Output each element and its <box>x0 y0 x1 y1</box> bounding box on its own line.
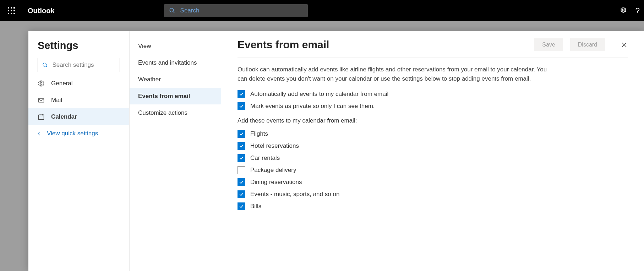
svg-line-1 <box>173 11 174 13</box>
checkbox-row-event-6: Bills <box>238 202 628 210</box>
check-icon <box>239 192 244 197</box>
global-search-placeholder: Search <box>180 7 200 14</box>
nav-calendar[interactable]: Calendar <box>28 108 129 125</box>
subnav-view[interactable]: View <box>130 38 221 54</box>
checkbox-label: Events - music, sports, and so on <box>250 191 339 198</box>
checkbox-row-event-1: Hotel reservations <box>238 142 628 150</box>
check-icon <box>239 180 244 185</box>
search-icon <box>42 62 48 69</box>
panel-sublabel: Add these events to my calendar from ema… <box>238 117 628 124</box>
checkbox-row-event-4: Dining reservations <box>238 178 628 186</box>
subnav-weather[interactable]: Weather <box>130 71 221 88</box>
panel-title: Events from email <box>238 39 329 51</box>
save-button[interactable]: Save <box>534 38 563 51</box>
check-icon <box>239 156 244 161</box>
svg-rect-7 <box>39 115 44 119</box>
close-icon <box>621 42 627 48</box>
view-quick-settings-link[interactable]: View quick settings <box>28 125 129 142</box>
search-icon <box>169 7 175 14</box>
settings-modal: Settings General Mail Calendar View quic… <box>28 31 644 271</box>
app-name: Outlook <box>28 7 55 15</box>
calendar-icon <box>38 113 45 120</box>
checkbox-label: Automatically add events to my calendar … <box>250 91 388 98</box>
subnav-events-invitations[interactable]: Events and invitations <box>130 54 221 71</box>
check-icon <box>239 143 244 148</box>
settings-col-subnav: View Events and invitations Weather Even… <box>130 31 221 271</box>
svg-line-4 <box>46 66 47 67</box>
checkbox-label: Package delivery <box>250 167 296 174</box>
panel-header: Events from email Save Discard <box>238 38 628 58</box>
checkbox-label: Bills <box>250 203 261 210</box>
subnav-label: View <box>138 43 151 50</box>
checkbox-row-top-1: Mark events as private so only I can see… <box>238 102 628 110</box>
discard-button[interactable]: Discard <box>570 38 605 51</box>
nav-general[interactable]: General <box>28 75 129 92</box>
svg-point-5 <box>40 82 42 84</box>
svg-point-0 <box>170 8 174 12</box>
checkbox-row-top-0: Automatically add events to my calendar … <box>238 90 628 98</box>
gear-icon <box>38 80 45 87</box>
check-icon <box>239 131 244 136</box>
check-icon <box>239 92 244 97</box>
nav-label: Calendar <box>51 113 77 120</box>
settings-search-input[interactable] <box>52 61 115 69</box>
checkbox[interactable] <box>238 166 245 174</box>
checkbox[interactable] <box>238 190 245 198</box>
checkbox[interactable] <box>238 90 245 98</box>
subnav-customize-actions[interactable]: Customize actions <box>130 104 221 121</box>
checkbox[interactable] <box>238 102 245 110</box>
svg-rect-6 <box>39 98 44 102</box>
checkbox-label: Hotel reservations <box>250 142 299 150</box>
checkbox-label: Flights <box>250 130 268 137</box>
settings-col-categories: Settings General Mail Calendar View quic… <box>28 31 130 271</box>
checkbox[interactable] <box>238 178 245 186</box>
checkbox[interactable] <box>238 202 245 210</box>
quick-settings-label: View quick settings <box>47 130 98 137</box>
mail-icon <box>38 97 45 104</box>
settings-panel: Events from email Save Discard Outlook c… <box>221 31 644 271</box>
settings-search[interactable] <box>38 58 120 72</box>
settings-title: Settings <box>28 38 129 58</box>
subnav-label: Events from email <box>138 93 190 100</box>
nav-label: General <box>51 80 72 87</box>
close-button[interactable] <box>621 41 628 48</box>
panel-description: Outlook can automatically add events lik… <box>238 65 550 83</box>
checkbox[interactable] <box>238 154 245 162</box>
subnav-label: Weather <box>138 76 161 83</box>
subnav-events-from-email[interactable]: Events from email <box>130 88 221 104</box>
checkbox-row-event-5: Events - music, sports, and so on <box>238 190 628 198</box>
checkbox[interactable] <box>238 130 245 138</box>
subnav-label: Customize actions <box>138 109 187 116</box>
checkbox-label: Mark events as private so only I can see… <box>250 103 375 110</box>
help-icon[interactable]: ? <box>635 6 640 15</box>
check-icon <box>239 104 244 109</box>
checkbox-label: Dining reservations <box>250 179 302 186</box>
check-icon <box>239 204 244 209</box>
subnav-label: Events and invitations <box>138 59 197 66</box>
checkbox-row-event-0: Flights <box>238 130 628 138</box>
checkbox-row-event-3: Package delivery <box>238 166 628 174</box>
app-topbar: Outlook Search ? <box>0 0 644 21</box>
nav-mail[interactable]: Mail <box>28 92 129 108</box>
checkbox-label: Car rentals <box>250 155 280 162</box>
settings-gear-icon[interactable] <box>620 6 627 15</box>
nav-label: Mail <box>51 97 62 104</box>
checkbox-row-event-2: Car rentals <box>238 154 628 162</box>
app-launcher-icon[interactable] <box>8 7 15 14</box>
checkbox[interactable] <box>238 142 245 150</box>
svg-point-3 <box>43 63 47 66</box>
chevron-left-icon <box>36 131 42 136</box>
global-search[interactable]: Search <box>164 4 308 17</box>
svg-point-2 <box>622 9 624 11</box>
global-search-wrap: Search <box>164 4 308 17</box>
